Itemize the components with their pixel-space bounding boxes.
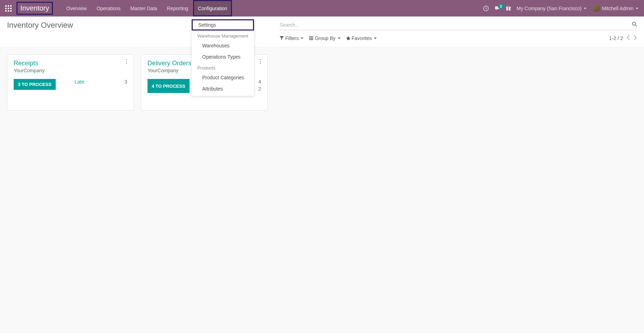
card-title[interactable]: Receipts [14,60,127,67]
pager-text: 1-2 / 2 [609,35,623,41]
clock-icon[interactable] [483,6,489,11]
nav-master-data[interactable]: Master Data [125,0,162,16]
avatar [592,5,600,12]
content: ⋮ Receipts YourCompany 3 TO PROCESS Late… [0,47,644,118]
caret-down-icon [374,38,377,39]
caret-down-icon [338,38,341,39]
caret-down-icon [584,8,587,9]
pager: 1-2 / 2 [609,35,637,41]
user-name: Mitchell Admin [602,6,633,11]
dropdown-product-categories[interactable]: Product Categories [192,72,254,83]
page-title: Inventory Overview [7,21,73,30]
svg-rect-0 [5,5,7,7]
caret-down-icon [636,8,638,9]
dropdown-operations-types[interactable]: Operations Types [192,51,254,62]
search-icon[interactable] [632,22,637,28]
favorites-label: Favorites [352,35,372,41]
topbar-right: 3 My Company (San Francisco) Mitchell Ad… [483,5,644,12]
configuration-dropdown: Settings Warehouse Management Warehouses… [192,19,254,96]
dropdown-header-products: Products [192,62,254,72]
messages-icon[interactable]: 3 [494,6,500,11]
company-name: My Company (San Francisco) [517,6,582,11]
apps-icon[interactable] [0,5,16,12]
card-link[interactable]: Late [75,79,84,85]
caret-down-icon [301,38,303,39]
nav-menu: Overview Operations Master Data Reportin… [61,0,232,16]
card-link-count: 3 [124,79,127,85]
process-button[interactable]: 3 TO PROCESS [14,79,56,90]
dropdown-warehouses[interactable]: Warehouses [192,40,254,51]
control-bar: Inventory Overview Filters Group By Favo… [0,16,644,47]
svg-rect-7 [8,10,9,12]
card-link-count: 4 [258,79,261,85]
groupby-label: Group By [315,35,335,41]
nav-operations[interactable]: Operations [92,0,125,16]
dropdown-settings[interactable]: Settings [192,19,254,31]
svg-rect-6 [5,10,7,12]
filter-bar: Filters Group By Favorites 1-2 / 2 [280,35,637,41]
search-area: Filters Group By Favorites 1-2 / 2 [280,21,637,41]
svg-rect-3 [5,8,7,9]
nav-configuration[interactable]: Configuration [193,0,232,16]
card-menu-icon[interactable]: ⋮ [258,58,263,65]
card-link-count: 2 [258,86,261,92]
topbar: Inventory Overview Operations Master Dat… [0,0,644,16]
filters-label: Filters [285,35,299,41]
company-selector[interactable]: My Company (San Francisco) [517,6,587,11]
dropdown-header-warehouse: Warehouse Management [192,31,254,40]
nav-reporting[interactable]: Reporting [162,0,193,16]
card-subtitle: YourCompany [14,68,127,73]
card-menu-icon[interactable]: ⋮ [124,58,129,65]
svg-rect-5 [10,8,12,9]
svg-rect-8 [10,10,12,12]
svg-rect-2 [10,5,12,7]
svg-rect-4 [8,8,9,9]
filters-button[interactable]: Filters [280,35,303,41]
pager-prev[interactable] [626,35,630,41]
dropdown-attributes[interactable]: Attributes [192,83,254,94]
gift-icon[interactable] [506,6,511,11]
user-menu[interactable]: Mitchell Admin [592,5,638,12]
app-title[interactable]: Inventory [16,2,53,15]
svg-rect-1 [8,5,9,7]
nav-overview[interactable]: Overview [61,0,91,16]
pager-next[interactable] [633,35,637,41]
svg-rect-12 [508,7,509,11]
process-button[interactable]: 4 TO PROCESS [148,79,190,93]
favorites-button[interactable]: Favorites [346,35,377,41]
card-receipts: ⋮ Receipts YourCompany 3 TO PROCESS Late… [7,54,134,111]
search-input[interactable] [280,21,632,29]
card-links: Late 3 [75,79,127,90]
svg-point-15 [632,22,636,25]
groupby-button[interactable]: Group By [309,35,340,41]
messages-badge: 3 [498,4,504,9]
